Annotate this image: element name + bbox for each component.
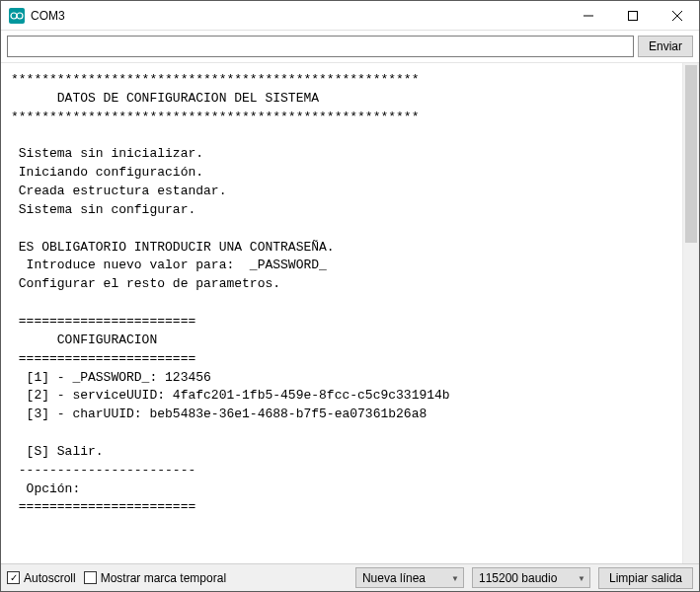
window-title: COM3 (31, 9, 566, 23)
line-ending-select[interactable]: Nueva línea ▼ (355, 567, 464, 588)
serial-output[interactable]: ****************************************… (1, 63, 682, 563)
autoscroll-checkbox[interactable]: ✓ Autoscroll (7, 571, 76, 585)
serial-monitor-window: COM3 Enviar ****************************… (0, 0, 700, 592)
chevron-down-icon: ▼ (451, 573, 459, 582)
svg-rect-4 (628, 11, 637, 20)
content-wrap: ****************************************… (1, 63, 699, 563)
baud-select[interactable]: 115200 baudio ▼ (472, 567, 590, 588)
baud-value: 115200 baudio (479, 571, 557, 585)
titlebar[interactable]: COM3 (1, 1, 699, 31)
timestamp-checkbox[interactable]: Mostrar marca temporal (84, 571, 226, 585)
send-row: Enviar (1, 31, 699, 63)
timestamp-label: Mostrar marca temporal (101, 571, 226, 585)
serial-input[interactable] (7, 36, 634, 57)
checkbox-box-icon: ✓ (7, 571, 20, 584)
scrollbar[interactable] (682, 63, 699, 563)
maximize-button[interactable] (610, 1, 655, 30)
autoscroll-label: Autoscroll (24, 571, 76, 585)
scrollbar-thumb[interactable] (685, 65, 697, 243)
checkbox-box-icon (84, 571, 97, 584)
minimize-button[interactable] (566, 1, 610, 30)
arduino-icon (9, 8, 25, 24)
clear-output-button[interactable]: Limpiar salida (598, 567, 693, 589)
line-ending-value: Nueva línea (362, 571, 426, 585)
close-button[interactable] (655, 1, 699, 30)
window-controls (566, 1, 699, 30)
send-button[interactable]: Enviar (638, 36, 693, 57)
chevron-down-icon: ▼ (578, 573, 585, 582)
footer: ✓ Autoscroll Mostrar marca temporal Nuev… (1, 563, 699, 591)
